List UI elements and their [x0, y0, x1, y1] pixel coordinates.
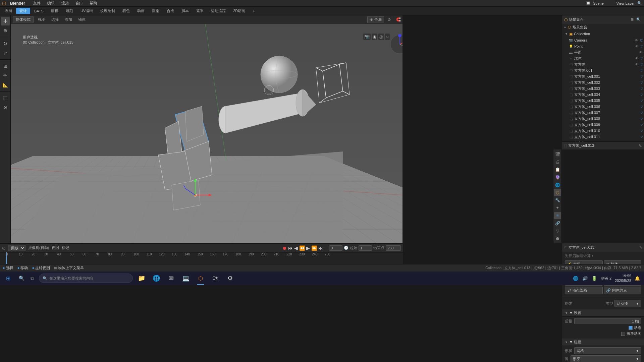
snap-icon[interactable]: 🧲 [394, 17, 402, 22]
prop-output-icon[interactable]: 🖨 [554, 159, 561, 166]
tab-mask[interactable]: 遮罩 [193, 8, 207, 14]
prop-render-icon[interactable]: 🎬 [554, 151, 561, 158]
viewport-canvas[interactable]: 用户透视 (0) Collection | 立方体_cell.013 X Y Z [11, 24, 402, 243]
lang-indicator[interactable]: 拼英 2 [600, 275, 612, 282]
taskbar-app-store[interactable]: 🛍 [208, 272, 223, 285]
prop-object-icon[interactable]: ⬡ [554, 189, 561, 196]
tab-shading[interactable]: 着色 [119, 8, 133, 14]
dynamic-checkbox[interactable]: 动态 [565, 325, 641, 330]
start-frame-input[interactable] [359, 245, 372, 251]
outliner-item-cell003[interactable]: ⬚ 立方体_cell.003 ▽ [562, 85, 644, 92]
tab-animation[interactable]: 动画 [134, 8, 148, 14]
rigid-body-type-dropdown[interactable]: 类型 活动项 ▼ [606, 300, 641, 307]
phys-rigid-constraint-btn[interactable]: 🔗 刚体约束 [604, 287, 642, 294]
record-btn[interactable]: ⏺ [282, 245, 287, 251]
tab-bats[interactable]: BATS [31, 8, 47, 14]
outliner-content[interactable]: ▼ ⬡ 场景集合 ▼ ▣ Collection 📷 Camera 👁 ▽ 💡 P… [562, 24, 644, 149]
prop-constraints-icon[interactable]: 🔗 [554, 220, 561, 227]
cube-visible-icon[interactable]: 👁 [635, 63, 639, 66]
tab-design[interactable]: 设计 [16, 8, 30, 14]
camera-restrict-icon[interactable]: ▽ [640, 39, 643, 42]
toolbar-measure[interactable]: 📐 [1, 80, 10, 89]
taskbar-app-mail[interactable]: ✉ [164, 272, 178, 285]
vp-menu-view[interactable]: 视图 [36, 16, 47, 23]
tab-layout[interactable]: 布局 [1, 8, 15, 14]
toolbar-extras[interactable]: ⊗ [1, 103, 10, 112]
tab-2d-animation[interactable]: 2D动画 [230, 8, 249, 14]
prop-view-layer-icon[interactable]: 📋 [554, 166, 561, 173]
outliner-item-cube[interactable]: ⬚ 立方体 👁 ▽ [562, 61, 644, 67]
tab-scripting[interactable]: 脚本 [178, 8, 192, 14]
timeline-mode-select[interactable]: 回放 [8, 245, 25, 251]
tab-texture-paint[interactable]: 纹理绘制 [97, 8, 118, 14]
tab-modeling[interactable]: 建模 [48, 8, 62, 14]
outliner-item-cell002[interactable]: ⬚ 立方体_cell.002 ▽ [562, 79, 644, 85]
tab-uv[interactable]: UV编辑 [77, 8, 96, 14]
search-button[interactable]: 🔍 [16, 272, 27, 285]
outliner-item-cell011[interactable]: ⬚ 立方体_cell.011 ▽ [562, 134, 644, 140]
taskbar-app-blender[interactable]: ⬡ [193, 272, 208, 285]
outliner-item-cell009[interactable]: ⬚ 立方体_cell.009 ▽ [562, 122, 644, 128]
clock[interactable]: 19:55 2020/5/28 [615, 274, 631, 283]
prop-world-icon[interactable]: 🌐 [554, 181, 561, 188]
mass-field[interactable]: 1 kg [574, 318, 641, 324]
jump-end-btn[interactable]: ⏭ [318, 245, 323, 251]
outliner-item-cell008[interactable]: ⬚ 立方体_cell.008 ▽ [562, 116, 644, 122]
light-visible-icon[interactable]: 👁 [635, 45, 639, 48]
play-btn[interactable]: ▶ [306, 245, 310, 251]
end-frame-input[interactable] [386, 245, 401, 251]
step-forward-single-btn[interactable]: ⏩ [311, 245, 317, 251]
outliner-item-cell001[interactable]: ⬚ 立方体_cell.001 ▽ [562, 73, 644, 79]
prop-modifier-icon[interactable]: 🔧 [554, 197, 561, 204]
outliner-item-cube001[interactable]: ⬚ 立方体.001 ▽ [562, 67, 644, 73]
volume-icon[interactable]: 🔊 [582, 275, 588, 282]
toolbar-move[interactable]: ⊕ [1, 26, 10, 35]
viewport-shading-solid[interactable]: ◉ [372, 34, 377, 40]
camera-btn[interactable]: 📷 [363, 34, 371, 40]
toolbar-scale[interactable]: ⤢ [1, 49, 10, 57]
filter-icon[interactable]: ⊟ [630, 17, 635, 22]
toolbar-transform[interactable]: ⊞ [1, 62, 10, 70]
timeline-option-camera[interactable]: 摄像机(抖动) [28, 245, 49, 250]
task-view-button[interactable]: ⧉ [27, 272, 38, 285]
search-icon[interactable]: 🔍 [637, 1, 642, 5]
menu-edit[interactable]: 编辑 [46, 1, 56, 6]
tab-add[interactable]: + [249, 8, 258, 14]
notifications-icon[interactable]: 🔔 [634, 275, 641, 282]
menu-help[interactable]: 帮助 [88, 1, 98, 6]
timeline-option-marks[interactable]: 标记 [62, 245, 69, 250]
toolbar-cursor[interactable]: ✛ [1, 17, 10, 25]
taskbar-app-explorer[interactable]: 📁 [134, 272, 149, 285]
tab-compositing[interactable]: 合成 [163, 8, 177, 14]
physics-panel-edit-btn[interactable]: ✎ [639, 246, 642, 249]
jump-start-btn[interactable]: ⏮ [288, 245, 293, 251]
outliner-item-cell004[interactable]: ⬚ 立方体_cell.004 ▽ [562, 92, 644, 98]
transform-pivot-icon[interactable]: ⊙ [386, 17, 392, 22]
settings-section-header[interactable]: ▼ ▼ 设置 [562, 309, 644, 317]
toolbar-annotate[interactable]: ✏ [1, 71, 10, 80]
shape-dropdown[interactable]: 网格 ▼ [574, 347, 641, 354]
outliner-item-point[interactable]: 💡 Point 👁 ▽ [562, 43, 644, 49]
timeline-option-view[interactable]: 视图 [52, 245, 59, 250]
source-dropdown[interactable]: 形变 ▼ [571, 355, 641, 362]
navigation-gizmo[interactable]: X Y Z [390, 34, 402, 54]
outliner-item-plane[interactable]: ▬ 平面 👁 [562, 49, 644, 55]
prop-physics-icon[interactable]: ⚛ [554, 212, 561, 219]
network-icon[interactable]: 🌐 [572, 275, 579, 282]
outliner-item-cell006[interactable]: ⬚ 立方体_cell.006 ▽ [562, 104, 644, 110]
dynamic-check[interactable] [629, 326, 633, 330]
battery-icon[interactable]: 🔋 [591, 275, 598, 282]
outliner-item-cell007[interactable]: ⬚ 立方体_cell.007 ▽ [562, 110, 644, 116]
toolbar-add-cube[interactable]: ⬚ [1, 94, 10, 102]
animated-checkbox[interactable]: 播放动画 [565, 331, 641, 336]
collection-item[interactable]: ▼ ▣ Collection [562, 31, 644, 37]
step-back-single-btn[interactable]: ⏪ [299, 245, 305, 251]
plane-visible-icon[interactable]: 👁 [639, 51, 643, 54]
viewport-shading-material[interactable]: ◎ [378, 34, 384, 40]
camera-visible-icon[interactable]: 👁 [635, 39, 638, 42]
prop-scene-icon[interactable]: 🔮 [554, 174, 561, 181]
viewport-mode-btn[interactable]: 物体模式 [13, 16, 34, 23]
taskbar-app-vs[interactable]: 💻 [178, 272, 193, 285]
vp-menu-add[interactable]: 添加 [63, 16, 74, 23]
outliner-item-camera[interactable]: 📷 Camera 👁 ▽ [562, 37, 644, 43]
